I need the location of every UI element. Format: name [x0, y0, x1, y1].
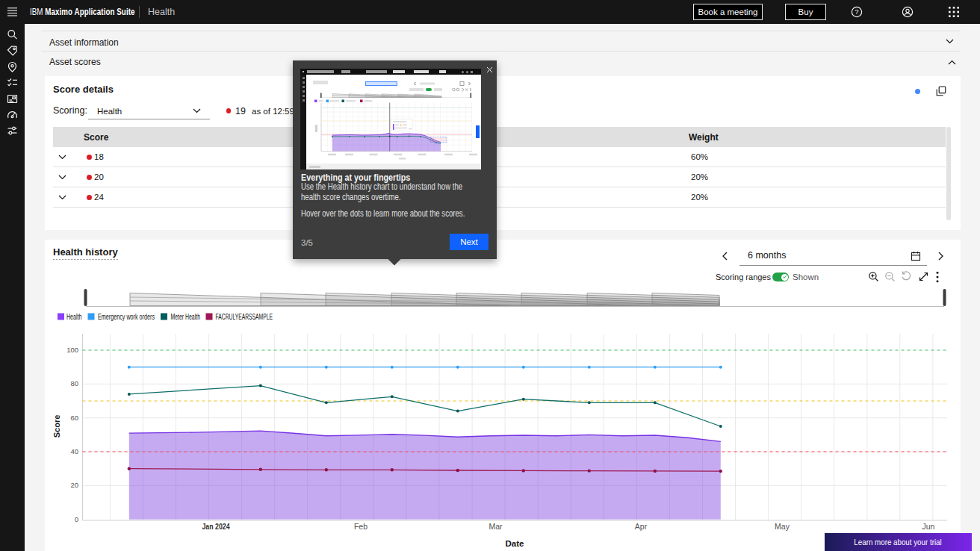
svg-text:May: May [775, 522, 790, 531]
svg-text:80: 80 [70, 379, 78, 387]
svg-text:?: ? [855, 7, 858, 16]
svg-text:Health: Health [66, 313, 82, 321]
svg-text:Date: Date [506, 539, 524, 548]
svg-text:Jan 2024: Jan 2024 [202, 522, 230, 531]
svg-text:Emergency work orders: Emergency work orders [98, 313, 155, 321]
svg-text:Mar: Mar [489, 522, 503, 531]
svg-text:0: 0 [75, 515, 78, 523]
svg-text:Meter Health: Meter Health [171, 313, 201, 321]
svg-text:Jun: Jun [922, 522, 935, 531]
svg-text:40: 40 [70, 447, 78, 455]
svg-text:Feb: Feb [354, 522, 368, 531]
svg-text:100: 100 [66, 346, 78, 354]
svg-text:FACRULYEARSSAMPLE: FACRULYEARSSAMPLE [216, 313, 273, 321]
svg-text:Apr: Apr [635, 522, 648, 531]
svg-text:60: 60 [70, 414, 78, 422]
svg-text:Score: Score [52, 415, 61, 438]
svg-text:20: 20 [70, 481, 78, 489]
